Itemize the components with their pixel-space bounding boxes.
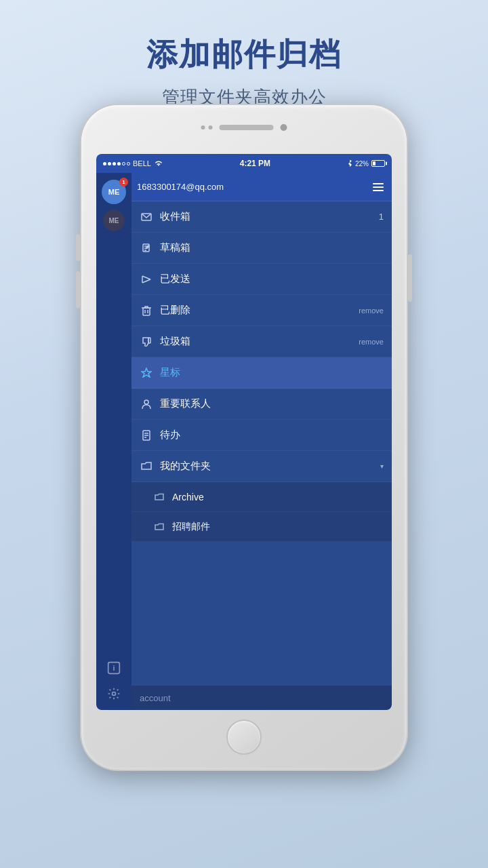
starred-label: 星标 xyxy=(160,366,384,379)
volume-down-button xyxy=(76,271,80,309)
menu-item-drafts[interactable]: 草稿箱 xyxy=(131,233,392,264)
spam-label: 垃圾箱 xyxy=(160,335,352,348)
info-icon[interactable]: i xyxy=(106,660,122,676)
person-icon xyxy=(140,397,153,411)
settings-icon[interactable] xyxy=(106,686,122,702)
svg-text:i: i xyxy=(113,664,115,672)
status-time: 4:21 PM xyxy=(240,159,270,168)
carrier-label: BELL xyxy=(133,159,151,167)
phone-screen: BELL 4:21 PM 22% xyxy=(96,154,392,710)
svg-rect-11 xyxy=(143,308,150,315)
hamburger-icon[interactable] xyxy=(373,183,384,191)
status-right: 22% xyxy=(347,159,385,167)
svg-marker-16 xyxy=(142,368,151,377)
menu-item-starred[interactable]: 星标 xyxy=(131,357,392,389)
account-label: account xyxy=(140,693,171,703)
spam-action: remove xyxy=(359,338,384,346)
svg-point-2 xyxy=(113,692,116,696)
myfolder-label: 我的文件夹 xyxy=(160,460,373,473)
screen-content: ME 1 ME i xyxy=(96,173,392,710)
sent-label: 已发送 xyxy=(160,273,384,285)
phone-top-bar xyxy=(201,124,287,131)
phone-mockup: BELL 4:21 PM 22% xyxy=(81,105,407,770)
menu-footer: account xyxy=(131,686,392,710)
recruit-label: 招聘邮件 xyxy=(172,521,210,533)
wifi-icon xyxy=(154,160,163,167)
folder-arrow: ▾ xyxy=(380,462,384,470)
secondary-avatar[interactable]: ME xyxy=(103,210,125,231)
menu-subitem-archive[interactable]: Archive xyxy=(131,482,392,512)
folder-icon xyxy=(140,460,153,473)
svg-line-9 xyxy=(142,279,150,283)
deleted-label: 已删除 xyxy=(160,304,352,317)
status-bar: BELL 4:21 PM 22% xyxy=(96,154,392,173)
task-icon xyxy=(140,429,153,442)
menu-items-list: 收件箱 1 xyxy=(131,201,392,686)
power-button xyxy=(408,254,412,302)
menu-item-myfolder[interactable]: 我的文件夹 ▾ xyxy=(131,451,392,482)
edit-icon xyxy=(140,241,153,255)
menu-item-todo[interactable]: 待办 xyxy=(131,420,392,451)
notification-badge: 1 xyxy=(119,178,128,186)
svg-line-8 xyxy=(142,276,150,279)
menu-subitem-recruit[interactable]: 招聘邮件 xyxy=(131,512,392,542)
thumb-down-icon xyxy=(140,335,153,349)
deleted-action: remove xyxy=(359,307,384,315)
drafts-label: 草稿箱 xyxy=(160,241,384,254)
home-button[interactable] xyxy=(226,719,262,755)
send-icon xyxy=(140,273,153,286)
envelope-icon xyxy=(140,210,153,224)
folder-sm-icon-archive xyxy=(153,491,165,503)
star-icon xyxy=(140,366,153,380)
trash-icon xyxy=(140,304,153,317)
menu-item-deleted[interactable]: 已删除 remove xyxy=(131,295,392,326)
page-title: 添加邮件归档 xyxy=(0,34,488,76)
inbox-label: 收件箱 xyxy=(160,210,372,223)
menu-item-inbox[interactable]: 收件箱 1 xyxy=(131,201,392,233)
sidebar-left: ME 1 ME i xyxy=(96,173,131,710)
bluetooth-icon xyxy=(347,159,352,167)
sidebar-bottom: i xyxy=(106,660,122,710)
svg-point-17 xyxy=(144,400,148,404)
important-label: 重要联系人 xyxy=(160,397,384,410)
inbox-count: 1 xyxy=(379,212,384,222)
archive-label: Archive xyxy=(172,492,204,502)
volume-up-button xyxy=(76,234,80,261)
menu-item-sent[interactable]: 已发送 xyxy=(131,264,392,295)
todo-label: 待办 xyxy=(160,429,384,441)
menu-panel: 1683300174@qq.com xyxy=(131,173,392,710)
email-header: 1683300174@qq.com xyxy=(131,173,392,201)
svg-rect-15 xyxy=(148,338,150,343)
folder-sm-icon-recruit xyxy=(153,521,165,533)
menu-item-spam[interactable]: 垃圾箱 remove xyxy=(131,326,392,357)
status-signal: BELL xyxy=(103,159,163,167)
primary-avatar[interactable]: ME 1 xyxy=(102,180,126,204)
battery-percent: 22% xyxy=(355,160,369,167)
battery-icon xyxy=(371,160,385,167)
email-address: 1683300174@qq.com xyxy=(137,182,224,192)
menu-item-important[interactable]: 重要联系人 xyxy=(131,389,392,420)
